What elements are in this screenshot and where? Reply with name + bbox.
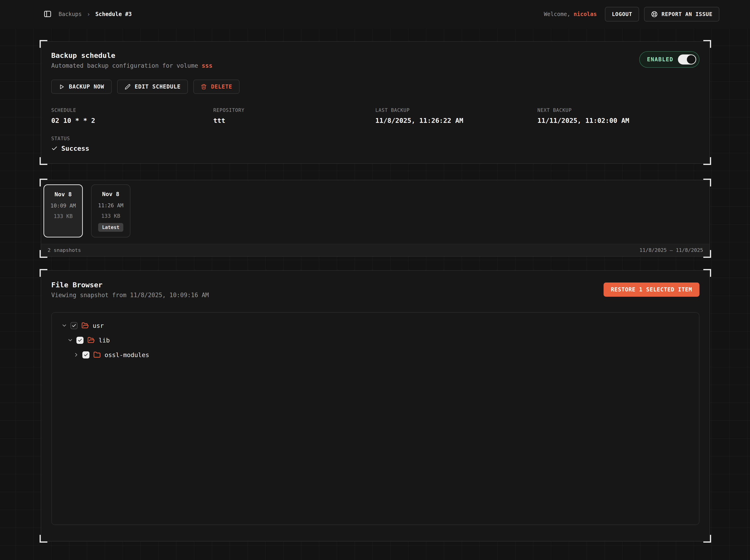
snapshot-size: 133 KB — [54, 213, 73, 219]
volume-name: sss — [202, 62, 212, 69]
status-value: Success — [51, 144, 699, 152]
logout-label: LOGOUT — [612, 11, 632, 17]
field-value: 02 10 * * 2 — [51, 117, 213, 124]
corner-bracket — [703, 40, 711, 48]
field-schedule: SCHEDULE 02 10 * * 2 — [51, 107, 213, 124]
welcome-prefix: Welcome, — [544, 11, 570, 17]
field-label: LAST BACKUP — [375, 107, 537, 113]
tree-item-label: ossl-modules — [104, 352, 149, 358]
panel-left-icon — [43, 10, 52, 19]
folder-open-icon — [81, 322, 89, 329]
edit-schedule-label: EDIT SCHEDULE — [135, 83, 181, 90]
enabled-toggle[interactable]: ENABLED — [639, 51, 699, 68]
status-label: STATUS — [51, 136, 699, 141]
chevron-down-icon[interactable] — [67, 337, 73, 343]
delete-label: DELETE — [211, 83, 232, 90]
logout-button[interactable]: LOGOUT — [605, 7, 639, 21]
backup-schedule-panel: Backup schedule Automated backup configu… — [41, 41, 710, 164]
tree-item-label: lib — [99, 337, 110, 344]
chevron-right-icon[interactable] — [73, 352, 79, 358]
breadcrumb-current: Schedule #3 — [95, 11, 132, 17]
corner-bracket — [40, 269, 47, 277]
corner-bracket — [703, 269, 711, 277]
field-value: ttt — [213, 117, 375, 124]
file-browser-subtitle: Viewing snapshot from 11/8/2025, 10:09:1… — [51, 292, 209, 299]
corner-bracket — [40, 535, 47, 543]
report-issue-label: REPORT AN ISSUE — [662, 11, 712, 17]
snapshot-card-latest[interactable]: Nov 8 11:26 AM 133 KB Latest — [91, 184, 131, 237]
field-last-backup: LAST BACKUP 11/8/2025, 11:26:22 AM — [375, 107, 537, 124]
toggle-switch[interactable] — [678, 55, 696, 64]
subtitle-prefix: Automated backup configuration for volum… — [51, 62, 202, 69]
file-browser-panel: File Browser Viewing snapshot from 11/8/… — [41, 270, 710, 541]
field-label: NEXT BACKUP — [537, 107, 699, 113]
report-issue-button[interactable]: REPORT AN ISSUE — [644, 7, 719, 21]
snapshot-date-range: 11/8/2025 – 11/8/2025 — [639, 247, 703, 253]
tree-row-usr[interactable]: usr — [56, 318, 694, 333]
snapshots-panel: Nov 8 10:09 AM 133 KB Nov 8 11:26 AM 133… — [41, 180, 710, 257]
username: nicolas — [574, 11, 597, 17]
breadcrumb: Backups › Schedule #3 — [59, 11, 132, 18]
check-icon — [51, 145, 58, 152]
breadcrumb-link-backups[interactable]: Backups — [59, 11, 82, 17]
field-label: REPOSITORY — [213, 107, 375, 113]
status-block: STATUS Success — [51, 136, 699, 152]
tree-row-ossl-modules[interactable]: ossl-modules — [56, 347, 694, 362]
corner-bracket — [40, 157, 47, 165]
tree-row-lib[interactable]: lib — [56, 333, 694, 347]
checkbox-checked[interactable] — [76, 337, 83, 344]
toggle-knob — [687, 55, 695, 64]
snapshot-time: 11:26 AM — [98, 202, 123, 208]
snapshots-footer: 2 snapshots 11/8/2025 – 11/8/2025 — [41, 244, 710, 256]
snapshot-size: 133 KB — [101, 213, 120, 219]
app-header: Backups › Schedule #3 Welcome, nicolas L… — [0, 0, 750, 28]
panel-title: Backup schedule — [51, 51, 212, 59]
panel-subtitle: Automated backup configuration for volum… — [51, 62, 212, 69]
snapshot-date: Nov 8 — [102, 191, 119, 197]
snapshot-time: 10:09 AM — [51, 203, 76, 208]
page-background-grid: Backup schedule Automated backup configu… — [0, 28, 750, 560]
restore-selected-button[interactable]: RESTORE 1 SELECTED ITEM — [604, 282, 699, 297]
corner-bracket — [703, 157, 711, 165]
chevron-down-icon[interactable] — [61, 323, 67, 328]
restore-label: RESTORE 1 SELECTED ITEM — [611, 286, 692, 293]
play-icon — [59, 84, 65, 90]
delete-button[interactable]: DELETE — [193, 80, 240, 94]
checkbox-checked[interactable] — [71, 322, 78, 329]
backup-now-label: BACKUP NOW — [69, 83, 104, 90]
pencil-icon — [124, 84, 131, 90]
lifebuoy-icon — [651, 11, 658, 18]
latest-badge: Latest — [98, 223, 123, 232]
snapshot-count: 2 snapshots — [47, 247, 81, 253]
tree-item-label: usr — [93, 322, 104, 329]
enabled-label: ENABLED — [647, 56, 673, 63]
file-tree: usr lib — [51, 312, 699, 525]
snapshot-card-selected[interactable]: Nov 8 10:09 AM 133 KB — [43, 184, 83, 237]
folder-icon — [93, 351, 101, 358]
folder-open-icon — [87, 337, 95, 344]
sidebar-toggle-button[interactable] — [43, 10, 52, 19]
field-repository: REPOSITORY ttt — [213, 107, 375, 124]
snapshot-date: Nov 8 — [55, 191, 72, 198]
file-browser-title: File Browser — [51, 281, 209, 289]
field-value: 11/11/2025, 11:02:00 AM — [537, 117, 699, 124]
corner-bracket — [703, 535, 711, 543]
field-next-backup: NEXT BACKUP 11/11/2025, 11:02:00 AM — [537, 107, 699, 124]
field-value: 11/8/2025, 11:26:22 AM — [375, 117, 537, 124]
field-label: SCHEDULE — [51, 107, 213, 113]
edit-schedule-button[interactable]: EDIT SCHEDULE — [117, 80, 188, 94]
status-text: Success — [61, 144, 89, 152]
backup-now-button[interactable]: BACKUP NOW — [51, 80, 112, 94]
checkbox-checked[interactable] — [82, 352, 90, 358]
welcome-text: Welcome, nicolas — [544, 11, 597, 17]
breadcrumb-separator: › — [87, 11, 91, 18]
trash-icon — [201, 84, 207, 90]
corner-bracket — [40, 40, 47, 48]
